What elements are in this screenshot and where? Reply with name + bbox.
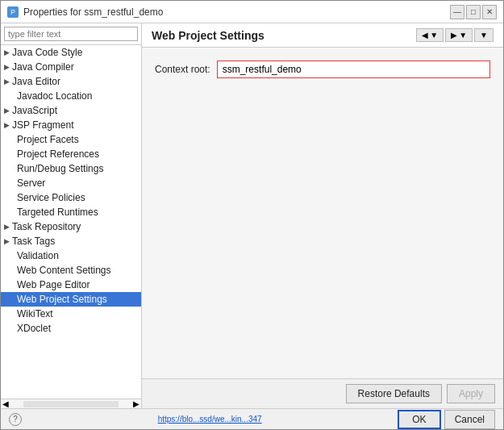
expand-arrow-icon: ▶ (4, 77, 10, 86)
sidebar-item-java-compiler[interactable]: ▶Java Compiler (1, 60, 141, 74)
back-dropdown-icon: ▼ (430, 31, 438, 40)
cancel-button[interactable]: Cancel (444, 410, 495, 429)
sidebar-item-java-code-style[interactable]: ▶Java Code Style (1, 45, 141, 60)
sidebar: ▶Java Code Style▶Java Compiler▶Java Edit… (1, 23, 142, 408)
sidebar-item-label: WikiText (17, 308, 53, 319)
sidebar-item-label: Project References (17, 148, 99, 160)
scroll-left-icon[interactable]: ◀ (1, 399, 10, 408)
back-arrow-icon: ◀ (422, 31, 428, 40)
sidebar-item-label: Java Code Style (12, 47, 82, 58)
sidebar-list: ▶Java Code Style▶Java Compiler▶Java Edit… (1, 45, 141, 399)
sidebar-item-project-references[interactable]: Project References (1, 147, 141, 161)
sidebar-item-project-facets[interactable]: Project Facets (1, 132, 141, 147)
apply-button[interactable]: Apply (447, 384, 495, 403)
sidebar-item-label: XDoclet (17, 323, 51, 334)
context-root-input[interactable] (217, 61, 490, 78)
panel-navigation: ◀ ▼ ▶ ▼ ▼ (416, 28, 494, 42)
properties-window: P Properties for ssm_restful_demo — □ ✕ … (0, 0, 504, 430)
sidebar-item-label: Targeted Runtimes (17, 207, 98, 218)
sidebar-item-label: Java Editor (12, 76, 60, 87)
status-link[interactable]: https://blo...ssd/we...kin...347 (158, 415, 262, 424)
sidebar-item-web-content-settings[interactable]: Web Content Settings (1, 263, 141, 278)
sidebar-item-service-policies[interactable]: Service Policies (1, 190, 141, 205)
sidebar-filter-area (1, 23, 141, 45)
panel-body: Context root: (142, 48, 503, 378)
scrollbar-track (23, 401, 119, 407)
restore-defaults-button[interactable]: Restore Defaults (346, 384, 442, 403)
filter-input[interactable] (4, 27, 138, 41)
sidebar-item-task-repository[interactable]: ▶Task Repository (1, 219, 141, 234)
horizontal-scrollbar[interactable]: ◀ ▶ (1, 399, 141, 408)
sidebar-item-web-page-editor[interactable]: Web Page Editor (1, 278, 141, 292)
sidebar-item-task-tags[interactable]: ▶Task Tags (1, 234, 141, 248)
sidebar-item-validation[interactable]: Validation (1, 248, 141, 263)
sidebar-item-label: JavaScript (12, 105, 57, 116)
sidebar-item-label: Service Policies (17, 192, 85, 203)
expand-arrow-icon: ▶ (4, 48, 10, 56)
sidebar-item-label: Task Tags (12, 236, 55, 247)
minimize-button[interactable]: — (450, 5, 464, 19)
forward-arrow-icon: ▶ (451, 31, 457, 40)
sidebar-item-label: Run/Debug Settings (17, 163, 103, 174)
scroll-right-icon[interactable]: ▶ (131, 399, 141, 408)
maximize-button[interactable]: □ (466, 5, 481, 19)
sidebar-item-targeted-runtimes[interactable]: Targeted Runtimes (1, 205, 141, 219)
sidebar-item-xdoclet[interactable]: XDoclet (1, 321, 141, 336)
expand-arrow-icon: ▶ (4, 223, 10, 231)
sidebar-item-javadoc-location[interactable]: Javadoc Location (1, 89, 141, 103)
title-bar-left: P Properties for ssm_restful_demo (7, 6, 163, 18)
status-action-buttons: OK Cancel (398, 410, 495, 429)
sidebar-item-server[interactable]: Server (1, 176, 141, 190)
sidebar-item-label: Project Facets (17, 134, 79, 145)
right-panel: Web Project Settings ◀ ▼ ▶ ▼ ▼ (142, 23, 503, 408)
sidebar-item-run-debug-settings[interactable]: Run/Debug Settings (1, 161, 141, 176)
sidebar-item-label: Validation (17, 250, 59, 261)
sidebar-item-web-project-settings[interactable]: Web Project Settings (1, 292, 141, 307)
title-bar: P Properties for ssm_restful_demo — □ ✕ (1, 1, 503, 23)
window-title: Properties for ssm_restful_demo (23, 6, 163, 18)
nav-back-button[interactable]: ◀ ▼ (416, 28, 444, 42)
sidebar-item-label: JSP Fragment (12, 119, 73, 131)
sidebar-item-javascript[interactable]: ▶JavaScript (1, 103, 141, 118)
close-button[interactable]: ✕ (482, 5, 497, 19)
ok-button[interactable]: OK (398, 410, 440, 429)
nav-forward-button[interactable]: ▶ ▼ (445, 28, 473, 42)
main-content: ▶Java Code Style▶Java Compiler▶Java Edit… (1, 23, 503, 408)
forward-dropdown-icon: ▼ (459, 31, 467, 40)
sidebar-item-label: Web Page Editor (17, 279, 90, 290)
expand-arrow-icon: ▶ (4, 237, 10, 245)
menu-dropdown-icon: ▼ (480, 31, 488, 40)
sidebar-item-label: Web Content Settings (17, 265, 111, 276)
expand-arrow-icon: ▶ (4, 106, 10, 115)
nav-menu-button[interactable]: ▼ (474, 28, 494, 42)
sidebar-item-java-editor[interactable]: ▶Java Editor (1, 74, 141, 89)
expand-arrow-icon: ▶ (4, 63, 10, 71)
panel-title: Web Project Settings (152, 29, 264, 42)
sidebar-item-label: Server (17, 177, 45, 189)
sidebar-item-label: Web Project Settings (17, 294, 107, 305)
panel-header: Web Project Settings ◀ ▼ ▶ ▼ ▼ (142, 23, 503, 48)
sidebar-item-jsp-fragment[interactable]: ▶JSP Fragment (1, 118, 141, 132)
window-icon: P (7, 6, 19, 18)
help-button[interactable]: ? (9, 413, 22, 426)
context-root-label: Context root: (155, 64, 210, 75)
status-bar: ? https://blo...ssd/we...kin...347 OK Ca… (1, 408, 503, 429)
sidebar-item-wikitext[interactable]: WikiText (1, 307, 141, 321)
sidebar-item-label: Javadoc Location (17, 90, 92, 102)
title-bar-buttons: — □ ✕ (450, 5, 497, 19)
sidebar-item-label: Task Repository (12, 221, 81, 232)
sidebar-item-label: Java Compiler (12, 61, 74, 73)
context-root-row: Context root: (155, 61, 490, 78)
expand-arrow-icon: ▶ (4, 121, 10, 129)
bottom-bar: Restore Defaults Apply (142, 378, 503, 408)
